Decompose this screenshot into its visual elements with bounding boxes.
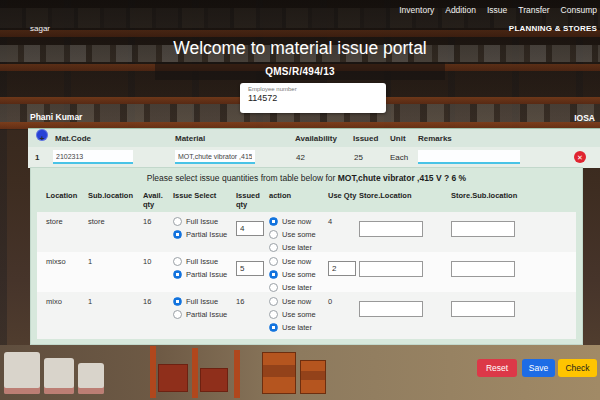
material-table-header: Mat.Code Material Availability Issued Un… [28, 128, 600, 147]
use-qty-input[interactable] [328, 261, 356, 276]
use-now-radio[interactable] [269, 257, 278, 266]
issue-row-mixso: mixso 1 10 Full Issue Partial Issue [37, 252, 576, 292]
issue-table-header: Location Sub.location Avail. qty Issue S… [37, 188, 576, 212]
add-row-icon[interactable] [36, 129, 48, 141]
store-location-input[interactable] [359, 221, 423, 237]
store-sub-location-input[interactable] [451, 221, 515, 237]
doc-code: QMS/R/494/13 [265, 66, 335, 77]
avail-qty-value: 16 [143, 217, 173, 256]
sub-location-value: 1 [88, 297, 143, 339]
issue-table: Location Sub.location Avail. qty Issue S… [37, 188, 576, 339]
avail-qty-value: 16 [143, 297, 173, 339]
full-issue-radio[interactable] [173, 257, 182, 266]
use-qty-value: 0 [328, 297, 359, 339]
col-material: Material [175, 129, 205, 148]
partial-issue-radio[interactable] [173, 270, 182, 279]
remove-row-icon[interactable] [574, 151, 586, 163]
full-issue-radio[interactable] [173, 217, 182, 226]
use-later-label: Use later [282, 283, 312, 292]
use-some-radio[interactable] [269, 310, 278, 319]
partial-issue-radio[interactable] [173, 230, 182, 239]
partial-issue-option[interactable]: Partial Issue [173, 270, 236, 279]
full-issue-label: Full Issue [186, 257, 218, 266]
use-now-radio[interactable] [269, 297, 278, 306]
nav-consumption[interactable]: Consump [561, 5, 597, 15]
use-some-radio[interactable] [269, 230, 278, 239]
use-some-option[interactable]: Use some [269, 310, 328, 319]
nav-transfer[interactable]: Transfer [518, 5, 549, 15]
use-now-radio[interactable] [269, 217, 278, 226]
username-label: sagar [30, 24, 50, 33]
col-location: Location [46, 191, 88, 209]
instruction-prefix: Please select issue quantities from tabl… [147, 173, 338, 183]
issue-quantities-panel: Please select issue quantities from tabl… [30, 167, 583, 345]
col-availability: Availability [295, 129, 337, 148]
use-now-option[interactable]: Use now [269, 297, 328, 306]
employee-number-field[interactable]: Employee number 114572 [240, 83, 386, 113]
sub-location-value: 1 [88, 257, 143, 296]
issue-row-store: store store 16 Full Issue Partial Issue [37, 212, 576, 252]
use-later-option[interactable]: Use later [269, 323, 328, 332]
top-navigation: Inventory Addition Issue Transfer Consum… [399, 5, 597, 15]
org-label: IOSA [574, 113, 595, 123]
remarks-input[interactable] [418, 150, 520, 164]
use-some-option[interactable]: Use some [269, 270, 328, 279]
material-input[interactable] [175, 150, 255, 164]
save-button[interactable]: Save [522, 359, 555, 377]
nav-addition[interactable]: Addition [445, 5, 476, 15]
issued-qty-input[interactable] [236, 221, 264, 236]
employee-number-value: 114572 [248, 93, 378, 103]
full-issue-option[interactable]: Full Issue [173, 217, 236, 226]
use-some-label: Use some [282, 310, 316, 319]
use-some-label: Use some [282, 230, 316, 239]
partial-issue-option[interactable]: Partial Issue [173, 310, 236, 319]
doc-code-band: QMS/R/494/13 [155, 62, 445, 80]
full-issue-radio[interactable] [173, 297, 182, 306]
check-button[interactable]: Check [558, 359, 597, 377]
use-now-label: Use now [282, 217, 311, 226]
page-title: Welcome to material issue portal [0, 38, 600, 59]
instruction-material: MOT,chute vibrator ,415 V ? 6 % [338, 173, 466, 183]
col-remarks: Remarks [418, 129, 452, 148]
col-use-qty: Use Qty [328, 191, 359, 209]
partial-issue-radio[interactable] [173, 310, 182, 319]
use-later-option[interactable]: Use later [269, 283, 328, 292]
location-value: mixo [46, 297, 88, 339]
col-avail-qty: Avail. qty [143, 191, 173, 209]
store-location-input[interactable] [359, 301, 423, 317]
partial-issue-option[interactable]: Partial Issue [173, 230, 236, 239]
full-issue-option[interactable]: Full Issue [173, 257, 236, 266]
mat-code-input[interactable] [53, 150, 133, 164]
material-row: 1 42 25 Each [28, 147, 600, 168]
issue-row-mixo: mixo 1 16 Full Issue Partial Issue 16 [37, 292, 576, 339]
nav-inventory[interactable]: Inventory [399, 5, 434, 15]
full-issue-label: Full Issue [186, 217, 218, 226]
use-now-option[interactable]: Use now [269, 257, 328, 266]
avail-qty-value: 10 [143, 257, 173, 296]
col-unit: Unit [390, 129, 406, 148]
use-later-radio[interactable] [269, 323, 278, 332]
use-now-option[interactable]: Use now [269, 217, 328, 226]
nav-issue[interactable]: Issue [487, 5, 507, 15]
use-later-radio[interactable] [269, 243, 278, 252]
full-issue-option[interactable]: Full Issue [173, 297, 236, 306]
col-store-location: Store.Location [359, 191, 451, 209]
use-now-label: Use now [282, 297, 311, 306]
reset-button[interactable]: Reset [477, 359, 517, 377]
use-some-radio[interactable] [269, 270, 278, 279]
instruction-text: Please select issue quantities from tabl… [31, 168, 582, 183]
availability-value: 42 [296, 147, 305, 168]
use-now-label: Use now [282, 257, 311, 266]
store-location-input[interactable] [359, 261, 423, 277]
use-later-radio[interactable] [269, 283, 278, 292]
col-action: action [269, 191, 328, 209]
use-qty-value: 4 [328, 217, 359, 256]
use-some-option[interactable]: Use some [269, 230, 328, 239]
issued-qty-input[interactable] [236, 261, 264, 276]
issued-value: 25 [354, 147, 363, 168]
use-later-option[interactable]: Use later [269, 243, 328, 252]
use-later-label: Use later [282, 243, 312, 252]
store-sub-location-input[interactable] [451, 301, 515, 317]
partial-issue-label: Partial Issue [186, 310, 227, 319]
store-sub-location-input[interactable] [451, 261, 515, 277]
